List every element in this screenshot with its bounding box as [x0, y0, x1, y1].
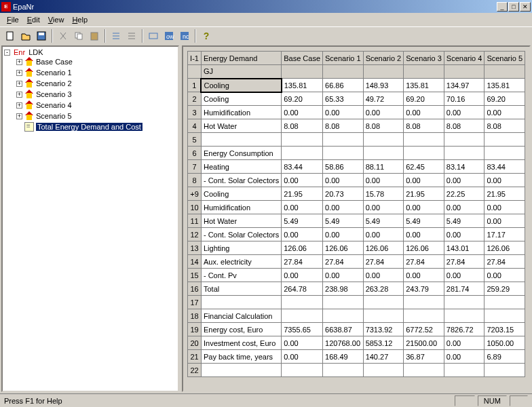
grid-cell[interactable]: 8.08: [282, 119, 323, 133]
grid-cell[interactable]: 0.00: [404, 228, 444, 241]
grid-cell[interactable]: 0.00: [404, 174, 444, 187]
grid-cell[interactable]: 66.86: [323, 79, 364, 92]
grid-cell[interactable]: 0.00: [282, 269, 323, 282]
tool-btn-e[interactable]: nc: [177, 28, 192, 43]
grid-cell[interactable]: 0.00: [444, 228, 484, 241]
row-header[interactable]: 17: [188, 296, 202, 309]
grid-cell[interactable]: [282, 133, 323, 147]
grid-cell[interactable]: 0.00: [484, 201, 525, 214]
grid-cell[interactable]: 65.33: [323, 92, 364, 106]
grid-cell[interactable]: 0.00: [363, 106, 404, 119]
grid-cell[interactable]: Hot Water: [201, 119, 281, 133]
tree-item[interactable]: Total Energy Demand and Cost: [16, 121, 176, 132]
row-header[interactable]: 7: [188, 160, 202, 174]
grid-cell[interactable]: Financial Calculation: [201, 309, 281, 323]
column-header[interactable]: Scenario 3: [404, 52, 444, 65]
grid-cell[interactable]: 27.84: [323, 255, 364, 269]
column-header[interactable]: Scenario 4: [444, 52, 484, 65]
grid-cell[interactable]: 0.00: [323, 269, 364, 282]
grid-cell[interactable]: 0.00: [323, 201, 364, 214]
grid-cell[interactable]: [363, 296, 404, 309]
tool-btn-a[interactable]: [109, 28, 124, 43]
grid-cell[interactable]: Cooling: [201, 187, 281, 201]
grid-cell[interactable]: [444, 309, 484, 323]
grid-cell[interactable]: 5.49: [323, 214, 364, 228]
grid-cell[interactable]: 0.00: [282, 174, 323, 187]
grid-cell[interactable]: Total: [201, 282, 281, 296]
grid-cell[interactable]: 243.79: [404, 282, 444, 296]
grid-cell[interactable]: 49.72: [363, 92, 404, 106]
grid-cell[interactable]: 140.27: [363, 350, 404, 364]
grid-cell[interactable]: 168.49: [323, 350, 364, 364]
grid-cell[interactable]: 281.74: [444, 282, 484, 296]
grid-cell[interactable]: 0.00: [282, 106, 323, 119]
grid-cell[interactable]: 21.95: [404, 187, 444, 201]
grid-cell[interactable]: 7203.15: [484, 323, 525, 336]
menu-file[interactable]: File: [3, 14, 23, 25]
open-icon[interactable]: [18, 28, 33, 43]
grid-cell[interactable]: 69.20: [484, 92, 525, 106]
column-header[interactable]: Scenario 5: [484, 52, 525, 65]
grid-cell[interactable]: 8.08: [363, 119, 404, 133]
column-header[interactable]: Scenario 2: [363, 52, 404, 65]
grid-cell[interactable]: 135.81: [484, 79, 525, 92]
row-header[interactable]: 1: [188, 79, 202, 92]
grid-cell[interactable]: 0.00: [484, 214, 525, 228]
grid-cell[interactable]: 126.06: [282, 241, 323, 255]
menu-help[interactable]: Help: [68, 14, 92, 25]
menu-edit[interactable]: Edit: [23, 14, 44, 25]
grid-cell[interactable]: 5.49: [404, 214, 444, 228]
grid-cell[interactable]: 15.78: [363, 187, 404, 201]
copy-icon[interactable]: [71, 28, 86, 43]
grid-cell[interactable]: 5.49: [444, 214, 484, 228]
grid-cell[interactable]: 0.00: [282, 336, 323, 350]
grid-cell[interactable]: 0.00: [444, 336, 484, 350]
grid-cell[interactable]: 88.11: [363, 160, 404, 174]
row-header[interactable]: 15: [188, 269, 202, 282]
grid-cell[interactable]: Humidification: [201, 106, 281, 119]
column-header[interactable]: Base Case: [282, 52, 323, 65]
row-header[interactable]: 10: [188, 201, 202, 214]
grid-cell[interactable]: Hot Water: [201, 214, 281, 228]
grid-scroll[interactable]: I-1Energy DemandBase CaseScenario 1Scena…: [183, 47, 529, 391]
row-header[interactable]: 5: [188, 133, 202, 147]
grid-cell[interactable]: 0.00: [363, 228, 404, 241]
grid-cell[interactable]: 5.49: [282, 214, 323, 228]
grid-cell[interactable]: 21.95: [282, 187, 323, 201]
grid-cell[interactable]: 83.44: [282, 160, 323, 174]
tree-item[interactable]: +Scenario 1: [16, 67, 176, 78]
grid-cell[interactable]: Lighting: [201, 241, 281, 255]
tool-btn-d[interactable]: ow: [162, 28, 176, 43]
grid-cell[interactable]: 0.00: [444, 106, 484, 119]
grid-cell[interactable]: 0.00: [282, 350, 323, 364]
grid-cell[interactable]: 8.08: [404, 119, 444, 133]
grid-cell[interactable]: 27.84: [484, 255, 525, 269]
tree-item[interactable]: +Scenario 4: [16, 100, 176, 111]
grid-cell[interactable]: 0.00: [363, 201, 404, 214]
row-header[interactable]: 6: [188, 147, 202, 160]
grid-cell[interactable]: Energy cost, Euro: [201, 323, 281, 336]
grid-cell[interactable]: [282, 296, 323, 309]
grid-cell[interactable]: 126.06: [404, 241, 444, 255]
menu-view[interactable]: View: [44, 14, 69, 25]
column-header[interactable]: Energy Demand: [201, 52, 281, 65]
unit-cell[interactable]: GJ: [201, 65, 281, 79]
close-button[interactable]: ✕: [520, 2, 531, 12]
grid-cell[interactable]: Energy Consumption: [201, 147, 281, 160]
grid-cell[interactable]: Investment cost, Euro: [201, 336, 281, 350]
grid-cell[interactable]: [201, 296, 281, 309]
grid-cell[interactable]: 0.00: [282, 228, 323, 241]
row-header[interactable]: 18: [188, 309, 202, 323]
grid-cell[interactable]: 58.86: [323, 160, 364, 174]
grid-cell[interactable]: Cooling: [201, 92, 281, 106]
grid-cell[interactable]: [323, 309, 364, 323]
grid-cell[interactable]: Pay back time, years: [201, 350, 281, 364]
grid-cell[interactable]: 8.08: [323, 119, 364, 133]
grid-cell[interactable]: - Cont. Solar Colectors: [201, 174, 281, 187]
grid-cell[interactable]: 264.78: [282, 282, 323, 296]
grid-cell[interactable]: 27.84: [404, 255, 444, 269]
row-header[interactable]: 19: [188, 323, 202, 336]
grid-cell[interactable]: 7313.92: [363, 323, 404, 336]
grid-cell[interactable]: 120768.00: [323, 336, 364, 350]
expand-icon[interactable]: +: [16, 70, 22, 76]
